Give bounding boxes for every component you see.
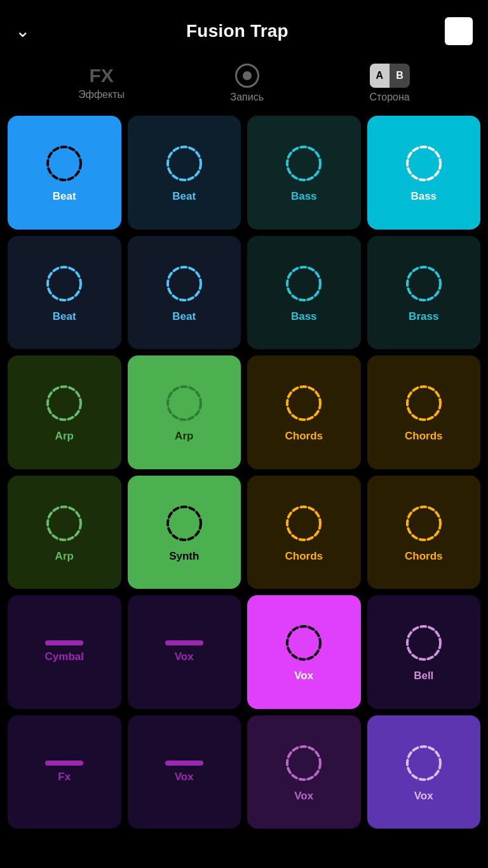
fx-button[interactable]: FX Эффекты (78, 66, 125, 100)
ab-side-button[interactable]: A B Сторона (370, 64, 410, 103)
dashed-circle-icon (43, 502, 86, 545)
dashed-circle-icon (43, 382, 86, 425)
header-square-button[interactable] (445, 17, 473, 45)
pad-label-20: Bell (414, 670, 433, 682)
header: ⌄ Fusion Trap (0, 0, 488, 57)
record-icon (235, 64, 259, 88)
svg-point-14 (287, 507, 320, 540)
pad-label-13: Arp (55, 550, 74, 563)
dashed-circle-icon (282, 142, 325, 185)
pad-13[interactable]: Arp (8, 476, 121, 589)
pad-16[interactable]: Chords (367, 476, 481, 589)
svg-point-9 (168, 387, 201, 420)
pad-label-6: Beat (172, 310, 196, 323)
record-button[interactable]: Запись (231, 64, 264, 103)
pad-label-8: Brass (409, 310, 438, 323)
svg-point-13 (168, 507, 201, 540)
svg-point-10 (287, 387, 320, 420)
dashed-circle-icon (402, 382, 445, 425)
dashed-circle-icon (402, 741, 445, 785)
dashed-circle-icon (163, 502, 206, 545)
pad-6[interactable]: Beat (128, 236, 241, 350)
pad-22[interactable]: Vox (128, 715, 241, 829)
dashed-circle-icon (402, 142, 445, 185)
pad-label-17: Cymbal (45, 651, 84, 663)
pad-11[interactable]: Chords (247, 355, 361, 469)
pad-12[interactable]: Chords (367, 355, 481, 469)
svg-point-15 (407, 507, 440, 540)
svg-point-11 (407, 387, 440, 420)
fx-sublabel: Эффекты (78, 89, 125, 100)
pad-24[interactable]: Vox (367, 715, 481, 829)
pad-label-9: Arp (55, 430, 74, 443)
pad-label-2: Beat (172, 190, 196, 203)
dashed-circle-icon (163, 382, 206, 425)
ab-a-label: A (370, 64, 390, 88)
record-inner (243, 71, 252, 80)
pad-7[interactable]: Bass (247, 236, 361, 350)
pad-label-3: Bass (291, 190, 317, 203)
pad-8[interactable]: Brass (367, 236, 481, 350)
svg-point-4 (48, 267, 81, 300)
dashed-circle-icon (43, 142, 86, 185)
svg-point-8 (48, 387, 81, 420)
svg-point-2 (287, 147, 320, 180)
dash-line-icon (45, 761, 83, 766)
toolbar: FX Эффекты Запись A B Сторона (0, 57, 488, 116)
pad-label-18: Vox (175, 651, 194, 663)
pad-label-12: Chords (405, 430, 443, 443)
pad-19[interactable]: Vox (247, 595, 361, 709)
pad-14[interactable]: Synth (128, 476, 241, 589)
dashed-circle-icon (282, 621, 325, 665)
svg-point-16 (287, 626, 320, 659)
pad-label-16: Chords (405, 550, 443, 563)
dashed-circle-icon (402, 621, 445, 665)
svg-point-19 (407, 747, 440, 780)
chevron-down-icon[interactable]: ⌄ (15, 22, 30, 40)
pad-label-11: Chords (285, 430, 323, 443)
svg-point-12 (48, 507, 81, 540)
pad-1[interactable]: Beat (8, 116, 121, 230)
fx-label: FX (89, 66, 113, 85)
pad-label-23: Vox (294, 790, 313, 803)
page-title: Fusion Trap (186, 21, 288, 41)
pad-label-14: Synth (169, 550, 199, 563)
svg-point-5 (168, 267, 201, 300)
pad-5[interactable]: Beat (8, 236, 121, 350)
dash-line-icon (45, 640, 83, 645)
pad-label-10: Arp (175, 430, 193, 443)
pad-label-19: Vox (294, 670, 313, 682)
pad-3[interactable]: Bass (247, 116, 361, 230)
dashed-circle-icon (282, 502, 325, 545)
ab-badge: A B (370, 64, 410, 88)
pad-4[interactable]: Bass (367, 116, 481, 230)
pad-label-21: Fx (58, 771, 71, 783)
svg-point-0 (48, 147, 81, 180)
dashed-circle-icon (163, 262, 206, 305)
pad-10[interactable]: Arp (128, 355, 241, 469)
pad-label-4: Bass (410, 190, 437, 203)
pad-23[interactable]: Vox (247, 715, 361, 829)
svg-point-6 (287, 267, 320, 300)
pad-15[interactable]: Chords (247, 476, 361, 589)
pad-20[interactable]: Bell (367, 595, 481, 709)
dashed-circle-icon (282, 262, 325, 305)
pad-label-7: Bass (291, 310, 317, 323)
pad-17[interactable]: Cymbal (8, 595, 121, 709)
svg-point-17 (407, 626, 440, 659)
pad-grid: Beat Beat Bass Bass Beat Beat Bass Brass… (0, 116, 488, 841)
pad-2[interactable]: Beat (128, 116, 241, 230)
dash-line-icon (165, 640, 203, 645)
dash-line-icon (165, 761, 203, 766)
dashed-circle-icon (163, 142, 206, 185)
dashed-circle-icon (402, 502, 445, 545)
svg-point-3 (407, 147, 440, 180)
svg-point-7 (407, 267, 440, 300)
pad-9[interactable]: Arp (8, 355, 121, 469)
ab-b-label: B (390, 64, 410, 88)
pad-21[interactable]: Fx (8, 715, 121, 829)
pad-label-24: Vox (414, 790, 433, 803)
dashed-circle-icon (402, 262, 445, 305)
pad-label-1: Beat (53, 190, 76, 203)
pad-18[interactable]: Vox (128, 595, 241, 709)
